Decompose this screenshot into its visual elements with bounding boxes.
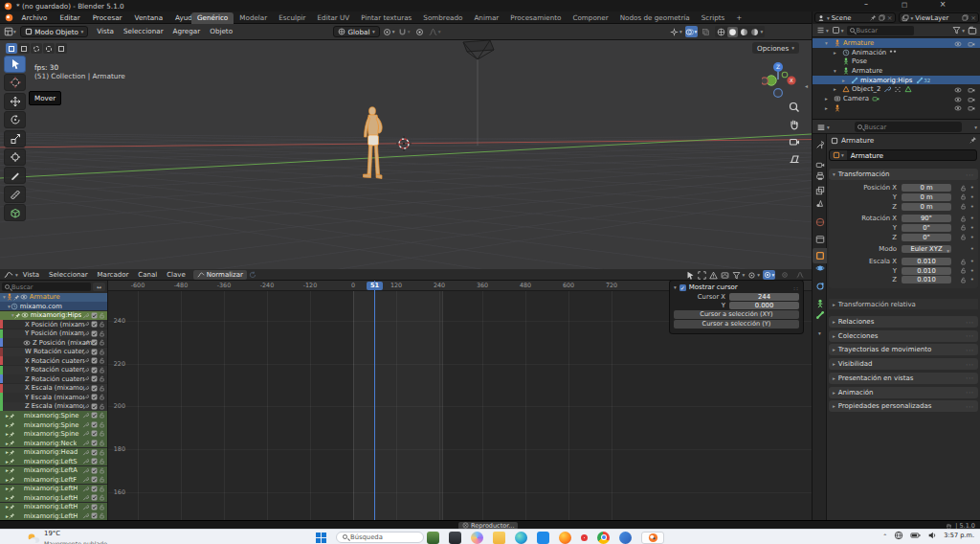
pan-hand-icon[interactable] xyxy=(789,119,800,130)
workspace-tab[interactable]: Modelar xyxy=(234,12,273,24)
panel-drag-dots[interactable]: :: xyxy=(793,284,799,291)
taskbar-app-explorer[interactable] xyxy=(449,532,461,544)
pin-id-icon[interactable] xyxy=(969,136,977,144)
channel-enable-checkbox[interactable] xyxy=(91,312,98,319)
volume-icon[interactable] xyxy=(927,531,937,540)
channel-modifier-icon[interactable] xyxy=(82,394,89,400)
channel-modifier-icon[interactable] xyxy=(82,312,89,319)
network-icon[interactable] xyxy=(894,531,903,540)
outliner-row[interactable]: ▸Object_2 xyxy=(813,84,980,94)
channel-lock-icon[interactable] xyxy=(99,467,105,474)
pivot-point-button[interactable]: ▾ xyxy=(383,26,395,37)
channel-row[interactable]: ▸mixamorig:LeftF xyxy=(0,475,107,484)
zoom-icon[interactable] xyxy=(789,102,800,113)
tool-scale-button[interactable] xyxy=(4,130,26,147)
tool-cursor-button[interactable] xyxy=(4,74,26,91)
menu-procesar[interactable]: Procesar xyxy=(86,11,128,24)
channel-lock-icon[interactable] xyxy=(99,421,105,428)
lock-icon[interactable] xyxy=(960,185,967,192)
camera-view-icon[interactable] xyxy=(789,136,800,147)
taskbar-app-store[interactable] xyxy=(537,532,549,544)
taskbar-app-blender[interactable] xyxy=(641,532,664,544)
shading-solid-button[interactable] xyxy=(727,27,738,37)
channel-modifier-icon[interactable] xyxy=(82,375,89,382)
channel-lock-icon[interactable] xyxy=(99,312,105,319)
channel-enable-checkbox[interactable] xyxy=(91,458,98,465)
graph-menu-canal[interactable]: Canal xyxy=(133,269,162,281)
battery-icon[interactable] xyxy=(910,531,921,540)
hide-eye-icon[interactable] xyxy=(954,86,962,94)
playhead-line[interactable] xyxy=(374,281,375,520)
properties-options-icon[interactable]: ▾ xyxy=(974,125,977,130)
channel-lock-icon[interactable] xyxy=(99,412,105,419)
hide-eye-icon[interactable] xyxy=(954,40,962,48)
channel-row[interactable]: ▾mixamorig:Hips xyxy=(0,311,107,320)
disable-render-icon[interactable] xyxy=(968,104,975,112)
channel-lock-icon[interactable] xyxy=(99,430,105,437)
ghost-curves-icon[interactable] xyxy=(721,271,729,280)
current-frame-badge[interactable]: 51 xyxy=(367,282,383,291)
channel-modifier-icon[interactable] xyxy=(82,494,89,501)
scene-selector[interactable]: ▾Scene × xyxy=(814,12,896,23)
channel-lock-icon[interactable] xyxy=(99,458,105,465)
value-field[interactable]: 0 m xyxy=(902,203,951,211)
section-6[interactable]: ▸Propiedades personalizadas··· xyxy=(829,400,978,412)
channel-lock-icon[interactable] xyxy=(99,357,105,364)
value-field[interactable]: 0.010 xyxy=(902,267,951,275)
start-button[interactable] xyxy=(316,533,326,543)
cursor-to-selection-y-button[interactable]: Cursor a selección (Y) xyxy=(674,320,799,329)
value-field[interactable]: 0° xyxy=(902,234,951,241)
hide-eye-icon[interactable] xyxy=(954,96,962,103)
outliner-row[interactable]: ▸mixamorig:Hips32 xyxy=(813,76,980,85)
outliner-row[interactable]: ▾Armature xyxy=(813,66,980,76)
tool-select-button[interactable] xyxy=(4,56,26,73)
animate-dot[interactable]: • xyxy=(970,267,974,275)
channel-enable-checkbox[interactable] xyxy=(91,385,98,392)
remove-viewlayer-icon[interactable]: × xyxy=(970,14,976,22)
animate-dot[interactable]: • xyxy=(970,215,974,222)
channel-modifier-icon[interactable] xyxy=(82,430,89,437)
object-name-field[interactable]: ▾ Armature xyxy=(829,149,977,161)
new-scene-icon[interactable] xyxy=(879,14,885,21)
channel-row[interactable]: X Rotación cuaterni xyxy=(0,356,107,365)
shading-material-button[interactable] xyxy=(740,28,748,36)
normalize-refresh-icon[interactable] xyxy=(247,270,259,280)
channel-enable-checkbox[interactable] xyxy=(91,349,98,355)
channel-enable-checkbox[interactable] xyxy=(91,449,98,456)
tray-chevron-icon[interactable]: ⌃ xyxy=(882,533,887,539)
new-viewlayer-icon[interactable] xyxy=(962,14,969,21)
transform-panel-header[interactable]: ▾Transformación··· xyxy=(829,169,978,180)
channel-row[interactable]: ▸mixamorig:Neck xyxy=(0,439,107,447)
channel-lock-icon[interactable] xyxy=(99,512,105,519)
workspace-tab[interactable]: Pintar texturas xyxy=(355,12,417,24)
channel-modifier-icon[interactable] xyxy=(82,467,89,474)
outliner-row[interactable]: Pose xyxy=(813,57,980,66)
disable-render-icon[interactable] xyxy=(968,40,975,48)
properties-search-input[interactable]: Buscar xyxy=(855,122,962,132)
editor-type-button[interactable]: ▾ xyxy=(4,27,16,36)
proportional-edit-button[interactable] xyxy=(413,26,426,37)
taskbar-app-copilot[interactable] xyxy=(471,532,483,544)
tool-annotate-button[interactable] xyxy=(4,167,26,184)
taskbar-app-edge[interactable] xyxy=(515,532,527,544)
properties-editor-type[interactable]: ▾ xyxy=(816,123,830,132)
channel-row[interactable]: X Posición (mixamo xyxy=(0,320,107,329)
channel-lock-icon[interactable] xyxy=(99,349,105,355)
tool-rotate-button[interactable] xyxy=(4,111,26,128)
taskbar-app-paint[interactable] xyxy=(619,532,632,544)
viewport-menu-seleccionar[interactable]: Seleccionar xyxy=(119,24,168,39)
channel-row[interactable]: ▸mixamorig:LeftH xyxy=(0,485,107,493)
section-3[interactable]: ▸Visibilidad··· xyxy=(829,358,978,370)
workspace-tab[interactable]: Genérico xyxy=(191,12,234,24)
channel-lock-icon[interactable] xyxy=(99,504,105,510)
lock-icon[interactable] xyxy=(960,259,967,265)
orientation-selector[interactable]: Global▾ xyxy=(333,26,380,37)
outliner-filter-button[interactable]: ▾ xyxy=(952,26,965,34)
channel-row[interactable]: ▸mixamorig:LeftA xyxy=(0,466,107,475)
channel-row[interactable]: X Escala (mixamori xyxy=(0,384,107,393)
graph-menu-marcador[interactable]: Marcador xyxy=(93,269,134,281)
tab-output[interactable] xyxy=(813,169,827,184)
animate-dot[interactable]: • xyxy=(970,245,974,253)
channel-lock-icon[interactable] xyxy=(99,476,105,483)
weather-widget[interactable]: 19°C Mayormente nublado xyxy=(27,531,107,544)
